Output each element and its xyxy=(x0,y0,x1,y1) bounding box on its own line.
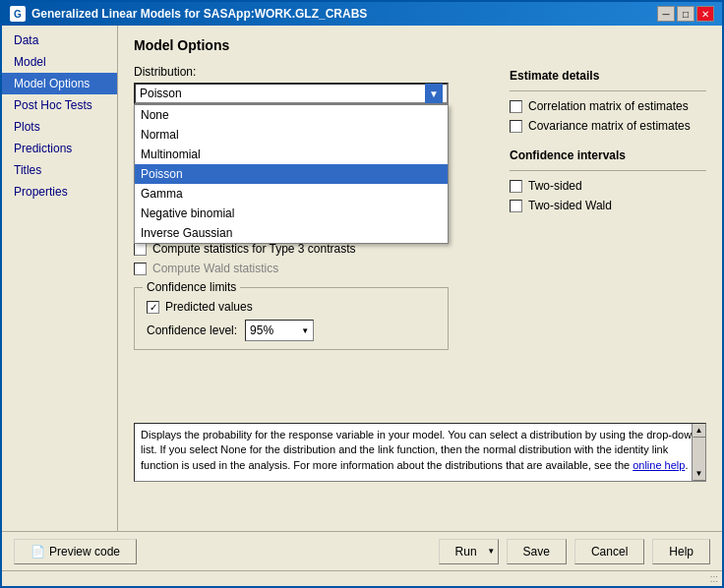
info-text-end: . xyxy=(685,459,688,471)
correlation-matrix-checkbox[interactable] xyxy=(510,100,522,113)
sidebar-item-model[interactable]: Model xyxy=(2,51,117,73)
main-window: G Generalized Linear Models for SASApp:W… xyxy=(0,0,724,588)
sidebar-item-plots[interactable]: Plots xyxy=(2,116,117,138)
right-panel: Estimate details Correlation matrix of e… xyxy=(510,69,706,218)
correlation-matrix-label: Correlation matrix of estimates xyxy=(528,99,689,113)
sidebar-item-data[interactable]: Data xyxy=(2,29,117,51)
preview-code-icon: 📄 xyxy=(30,545,45,559)
help-label: Help xyxy=(669,545,694,559)
distribution-dropdown-container: Poisson ▼ None Normal Multinomial Poisso… xyxy=(134,83,449,104)
distribution-option-poisson[interactable]: Poisson xyxy=(135,164,448,184)
run-label: Run xyxy=(455,545,477,559)
distribution-option-negative-binomial[interactable]: Negative binomial xyxy=(135,204,448,223)
save-label: Save xyxy=(523,545,550,559)
preview-code-button[interactable]: 📄 Preview code xyxy=(14,539,137,564)
title-bar: G Generalized Linear Models for SASApp:W… xyxy=(2,2,722,26)
compute-type3-label: Compute statistics for Type 3 contrasts xyxy=(152,242,356,256)
run-dropdown-arrow[interactable]: ▼ xyxy=(485,539,499,564)
main-content: Data Model Model Options Post Hoc Tests … xyxy=(2,26,722,531)
dropdown-arrow-icon[interactable]: ▼ xyxy=(425,84,443,103)
compute-wald-label: Compute Wald statistics xyxy=(152,262,278,275)
sidebar: Data Model Model Options Post Hoc Tests … xyxy=(2,26,118,531)
predicted-values-row: Predicted values xyxy=(147,300,436,314)
predicted-values-checkbox[interactable] xyxy=(147,301,159,314)
confidence-intervals-section: Confidence intervals Two-sided Two-sided… xyxy=(510,148,706,212)
info-text-link[interactable]: online help xyxy=(633,459,685,471)
two-sided-wald-row: Two-sided Wald xyxy=(510,199,706,212)
covariance-matrix-label: Covariance matrix of estimates xyxy=(528,119,691,133)
confidence-level-arrow-icon: ▼ xyxy=(301,326,309,335)
distribution-option-multinomial[interactable]: Multinomial xyxy=(135,145,448,164)
two-sided-row: Two-sided xyxy=(510,179,706,193)
status-bar: ::: xyxy=(2,570,722,586)
confidence-level-value: 95% xyxy=(250,323,273,337)
info-scrollbar: ▲ ▼ xyxy=(692,424,705,481)
scroll-up-button[interactable]: ▲ xyxy=(693,424,706,438)
estimate-divider xyxy=(510,90,706,91)
page-title: Model Options xyxy=(134,37,706,53)
correlation-matrix-row: Correlation matrix of estimates xyxy=(510,99,706,113)
confidence-divider xyxy=(510,170,706,171)
compute-type3-row: Compute statistics for Type 3 contrasts xyxy=(134,242,706,256)
covariance-matrix-row: Covariance matrix of estimates xyxy=(510,119,706,133)
compute-section: Compute statistics for Type 3 contrasts … xyxy=(134,242,706,275)
info-box: Displays the probability for the respons… xyxy=(134,423,706,482)
maximize-button[interactable]: □ xyxy=(677,6,694,22)
confidence-intervals-title: Confidence intervals xyxy=(510,148,706,162)
distribution-option-normal[interactable]: Normal xyxy=(135,125,448,145)
two-sided-checkbox[interactable] xyxy=(510,180,522,193)
confidence-limits-group: Confidence limits Predicted values Confi… xyxy=(134,287,449,350)
sidebar-item-post-hoc-tests[interactable]: Post Hoc Tests xyxy=(2,94,117,116)
confidence-level-row: Confidence level: 95% ▼ xyxy=(147,320,436,341)
minimize-button[interactable]: ─ xyxy=(657,6,675,22)
run-button-group: Run ▼ xyxy=(439,539,499,564)
title-bar-left: G Generalized Linear Models for SASApp:W… xyxy=(10,6,367,22)
two-sided-wald-checkbox[interactable] xyxy=(510,200,522,212)
cancel-label: Cancel xyxy=(591,545,628,559)
confidence-level-dropdown[interactable]: 95% ▼ xyxy=(245,320,314,341)
window-title: Generalized Linear Models for SASApp:WOR… xyxy=(31,7,367,21)
window-controls: ─ □ ✕ xyxy=(657,6,714,22)
status-text: ::: xyxy=(710,573,718,584)
distribution-option-none[interactable]: None xyxy=(135,105,448,125)
sidebar-item-predictions[interactable]: Predictions xyxy=(2,138,117,159)
confidence-level-label: Confidence level: xyxy=(147,323,237,337)
content-area: Model Options Distribution: Poisson ▼ No… xyxy=(118,26,722,531)
compute-wald-checkbox[interactable] xyxy=(134,263,147,275)
info-text: Displays the probability for the respons… xyxy=(141,429,697,471)
run-button[interactable]: Run xyxy=(439,539,485,564)
help-button[interactable]: Help xyxy=(652,539,710,564)
distribution-option-inverse-gaussian[interactable]: Inverse Gaussian xyxy=(135,223,448,243)
two-sided-label: Two-sided xyxy=(528,179,582,193)
predicted-values-label: Predicted values xyxy=(165,300,253,314)
distribution-dropdown[interactable]: Poisson ▼ xyxy=(134,83,449,104)
distribution-selected-value: Poisson xyxy=(140,87,182,100)
compute-type3-checkbox[interactable] xyxy=(134,243,147,256)
preview-code-label: Preview code xyxy=(49,545,120,559)
confidence-limits-title: Confidence limits xyxy=(143,280,240,294)
sidebar-item-model-options[interactable]: Model Options xyxy=(2,73,117,94)
scroll-down-button[interactable]: ▼ xyxy=(693,467,706,481)
covariance-matrix-checkbox[interactable] xyxy=(510,120,522,133)
two-sided-wald-label: Two-sided Wald xyxy=(528,199,612,212)
bottom-bar: 📄 Preview code Run ▼ Save Cancel Help xyxy=(2,531,722,570)
close-button[interactable]: ✕ xyxy=(696,6,714,22)
app-icon: G xyxy=(10,6,26,22)
estimate-details-title: Estimate details xyxy=(510,69,706,83)
cancel-button[interactable]: Cancel xyxy=(574,539,644,564)
distribution-dropdown-list: None Normal Multinomial Poisson Gamma Ne… xyxy=(134,104,449,244)
save-button[interactable]: Save xyxy=(507,539,567,564)
distribution-option-gamma[interactable]: Gamma xyxy=(135,184,448,204)
sidebar-item-properties[interactable]: Properties xyxy=(2,181,117,203)
compute-wald-row: Compute Wald statistics xyxy=(134,262,706,275)
sidebar-item-titles[interactable]: Titles xyxy=(2,159,117,181)
